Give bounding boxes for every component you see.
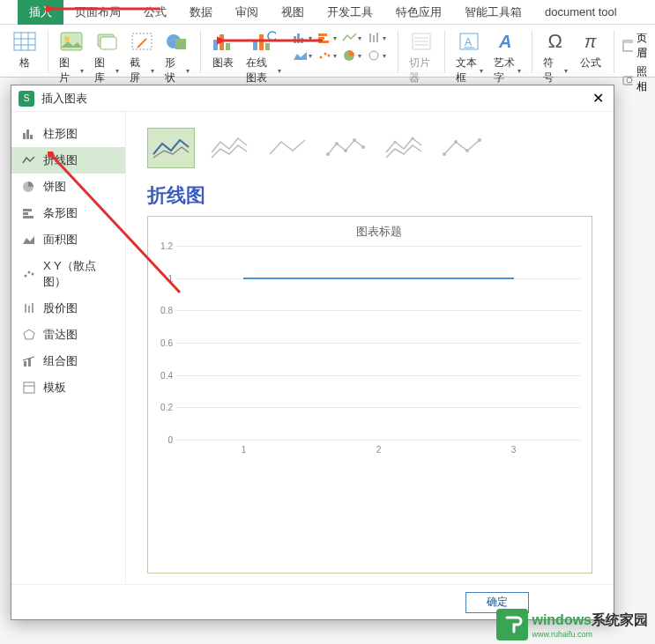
sidebar-item-scatter[interactable]: X Y（散点图）: [11, 253, 125, 295]
online-chart-label: 在线图表▾: [246, 56, 281, 85]
scatter-chart-icon: [22, 268, 36, 280]
sidebar-item-template[interactable]: 模板: [11, 374, 125, 401]
svg-rect-38: [623, 41, 632, 43]
header-footer-button[interactable]: 页眉: [622, 31, 651, 61]
sidebar-item-stock[interactable]: 股价图: [11, 295, 125, 322]
svg-point-49: [28, 271, 31, 274]
gallery-button[interactable]: 图库▾: [89, 27, 124, 87]
picture-button[interactable]: 图片▾: [54, 27, 89, 87]
tab-smart-toolbox[interactable]: 智能工具箱: [453, 0, 533, 25]
sidebar-item-pie[interactable]: 饼图: [11, 174, 125, 200]
ribbon-tabs: 插入 页面布局 公式 数据 审阅 视图 开发工具 特色应用 智能工具箱 docu…: [0, 0, 655, 25]
slicer-label: 切片器: [409, 56, 434, 85]
pie-dropdown[interactable]: ▾: [341, 48, 362, 63]
tab-data[interactable]: 数据: [178, 0, 224, 25]
tab-review[interactable]: 审阅: [224, 0, 270, 25]
textbox-label: 文本框▾: [456, 56, 483, 85]
tab-document-tool[interactable]: document tool: [533, 1, 629, 23]
sidebar-item-area[interactable]: 面积图: [11, 226, 125, 253]
svg-point-25: [320, 56, 323, 59]
chart-button[interactable]: 图表: [205, 27, 241, 72]
chart-type-sidebar: 柱形图 折线图 饼图 条形图 面积图 X Y（散点图） 股价图 雷达图 组合图 …: [11, 112, 126, 584]
svg-rect-15: [253, 40, 257, 50]
tab-insert[interactable]: 插入: [18, 0, 63, 25]
svg-rect-46: [23, 212, 28, 215]
area-dropdown[interactable]: ▾: [292, 48, 313, 63]
shapes-button[interactable]: 形状▾: [160, 27, 195, 87]
svg-text:A: A: [465, 36, 472, 48]
header-footer-icon: [622, 40, 632, 52]
tab-developer[interactable]: 开发工具: [316, 0, 384, 25]
more-dropdown[interactable]: ▾: [366, 48, 387, 63]
chart-preview-title: 图表标题: [176, 224, 581, 240]
svg-point-63: [465, 149, 469, 152]
dialog-titlebar: S 插入图表 ✕: [11, 85, 614, 112]
bar-dropdown[interactable]: ▾: [292, 31, 313, 45]
subtype-line-stacked[interactable]: [205, 128, 253, 168]
svg-point-18: [268, 32, 276, 41]
dialog-app-icon: S: [19, 91, 34, 107]
ribbon: 格 图片▾ 图库▾ 截屏▾ 形状▾ 图表 在线图表▾ ▾ ▾ ▾ ▾ ▾ ▾ ▾: [0, 25, 655, 78]
sidebar-item-radar[interactable]: 雷达图: [11, 322, 125, 348]
subtype-row: [147, 128, 592, 168]
bar-chart-icon: [22, 207, 36, 219]
camera-icon: [622, 73, 632, 85]
svg-point-48: [25, 275, 27, 278]
svg-rect-9: [132, 33, 152, 49]
tab-page-layout[interactable]: 页面布局: [63, 0, 132, 25]
table-button[interactable]: 格: [7, 27, 42, 72]
sidebar-item-line[interactable]: 折线图: [11, 147, 125, 174]
svg-point-57: [353, 138, 356, 142]
svg-point-29: [369, 51, 378, 60]
tab-special[interactable]: 特色应用: [384, 0, 453, 25]
symbol-icon: Ω: [543, 29, 568, 54]
textbox-button[interactable]: A 文本框▾: [450, 27, 488, 87]
chart-icon: [211, 29, 235, 54]
wordart-button[interactable]: A 艺术字▾: [488, 27, 526, 87]
stock-dropdown[interactable]: ▾: [366, 31, 387, 45]
camera-button[interactable]: 照相: [622, 64, 651, 94]
shapes-icon: [165, 29, 190, 54]
subtype-line-stacked-markers[interactable]: [380, 128, 428, 168]
tab-formula[interactable]: 公式: [132, 0, 178, 25]
sidebar-item-combo[interactable]: 组合图: [11, 348, 125, 374]
sidebar-item-bar[interactable]: 条形图: [11, 200, 125, 226]
svg-rect-19: [294, 36, 296, 43]
svg-rect-47: [23, 216, 33, 218]
svg-point-27: [328, 55, 331, 57]
sidebar-item-column[interactable]: 柱形图: [11, 121, 125, 147]
slicer-button[interactable]: 切片器: [404, 27, 439, 87]
close-button[interactable]: ✕: [589, 90, 607, 107]
textbox-icon: A: [457, 29, 481, 54]
svg-point-6: [64, 36, 70, 41]
shapes-label: 形状▾: [165, 56, 190, 85]
svg-rect-8: [100, 37, 116, 49]
symbol-button[interactable]: Ω 符号▾: [538, 27, 573, 87]
svg-rect-21: [301, 38, 303, 43]
subtype-line-percent[interactable]: [264, 128, 311, 168]
hbar-dropdown[interactable]: ▾: [316, 31, 338, 45]
svg-point-26: [324, 53, 327, 56]
subtype-line-markers[interactable]: [322, 128, 369, 168]
online-chart-button[interactable]: 在线图表▾: [241, 27, 287, 87]
picture-icon: [59, 29, 84, 54]
dialog-main: 折线图 图表标题 00.20.40.60.811.2123: [126, 112, 614, 584]
subtype-line-percent-markers[interactable]: [438, 128, 486, 168]
svg-rect-43: [30, 135, 33, 139]
dialog-title: 插入图表: [41, 91, 589, 107]
line-dropdown[interactable]: ▾: [341, 31, 362, 45]
template-icon: [22, 381, 36, 394]
scatter-dropdown[interactable]: ▾: [316, 48, 338, 63]
svg-rect-14: [226, 43, 230, 50]
line-chart-icon: [22, 154, 36, 167]
gallery-label: 图库▾: [94, 56, 119, 85]
equation-button[interactable]: π 公式: [573, 27, 608, 72]
svg-rect-0: [14, 33, 35, 50]
wordart-label: 艺术字▾: [494, 56, 521, 85]
stock-chart-icon: [22, 302, 36, 315]
tab-view[interactable]: 视图: [270, 0, 316, 25]
screenshot-button[interactable]: 截屏▾: [124, 27, 160, 87]
watermark-url: www.ruhaifu.com: [532, 630, 648, 639]
subtype-line-basic[interactable]: [147, 128, 195, 168]
symbol-label: 符号▾: [543, 56, 568, 85]
